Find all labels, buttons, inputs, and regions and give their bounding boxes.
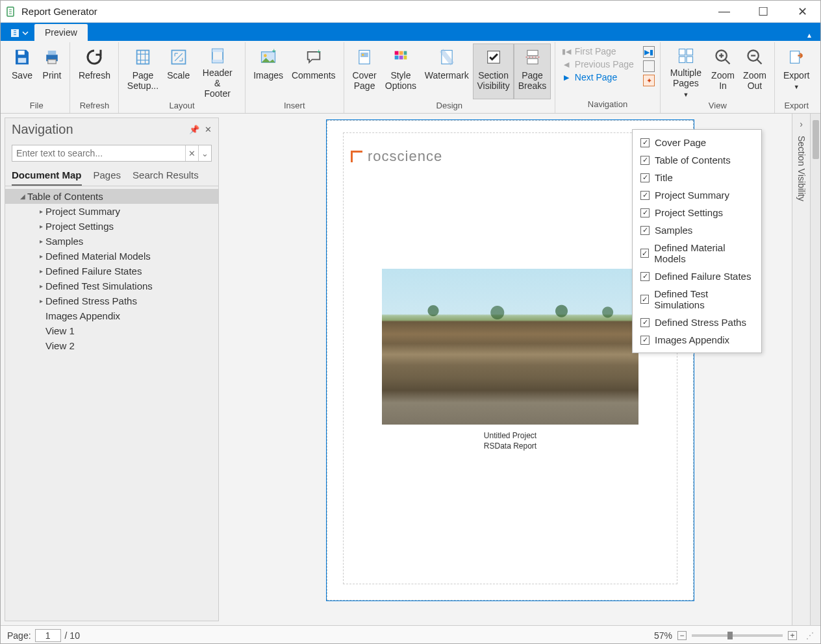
visibility-item[interactable]: ✓Project Summary (635, 186, 759, 204)
tree-item[interactable]: ▸Project Summary (5, 204, 218, 219)
previous-page-link: ◀Previous Page (562, 59, 639, 69)
checkbox-icon[interactable]: ✓ (640, 295, 649, 304)
section-visibility-button[interactable]: Section Visibility (473, 43, 514, 99)
comments-button[interactable]: + Comments (288, 43, 340, 99)
visibility-item[interactable]: ✓Cover Page (635, 134, 759, 151)
checkbox-icon[interactable]: ✓ (640, 318, 650, 327)
tab-preview[interactable]: Preview (34, 24, 88, 41)
tree-item[interactable]: ▸Defined Material Models (5, 249, 218, 264)
cover-page-button[interactable]: Cover Page (348, 43, 381, 99)
expand-icon[interactable]: ▸ (36, 253, 45, 260)
collapse-ribbon-icon[interactable]: ▴ (802, 29, 816, 41)
page-setup-button[interactable]: Page Setup... (123, 43, 162, 99)
svg-rect-11 (48, 51, 57, 55)
vertical-scrollbar[interactable] (810, 114, 820, 625)
zoom-slider[interactable] (692, 634, 783, 637)
collapse-icon[interactable]: ◢ (18, 193, 27, 200)
header-footer-button[interactable]: Header & Footer (194, 43, 241, 99)
tree-item-label: Defined Test Simulations (45, 280, 153, 291)
zoom-minus-button[interactable]: − (677, 631, 687, 640)
checkbox-icon[interactable]: ✓ (640, 156, 650, 165)
svg-line-49 (757, 60, 761, 64)
search-input[interactable] (12, 148, 185, 158)
style-options-icon (390, 47, 411, 68)
style-options-button[interactable]: Style Options (381, 43, 420, 99)
visibility-item[interactable]: ✓Defined Stress Paths (635, 314, 759, 331)
expand-icon[interactable]: ▸ (36, 238, 45, 245)
svg-rect-42 (679, 56, 685, 62)
tab-pages[interactable]: Pages (94, 169, 121, 186)
nav-slot-button[interactable] (643, 60, 655, 72)
page-number-input[interactable]: 1 (35, 629, 61, 642)
refresh-button[interactable]: Refresh (74, 43, 114, 99)
cover-caption: Untitled Project RSData Report (327, 431, 693, 451)
checkbox-icon[interactable]: ✓ (640, 138, 650, 147)
tree-item[interactable]: ▸Defined Stress Paths (5, 293, 218, 308)
zoom-out-button[interactable]: Zoom Out (739, 43, 770, 99)
visibility-item[interactable]: ✓Defined Material Models (635, 239, 759, 267)
svg-rect-37 (527, 51, 537, 56)
resize-grip-icon[interactable]: ⋰ (806, 631, 814, 640)
tree-item[interactable]: ▸Defined Test Simulations (5, 279, 218, 293)
zoom-in-button[interactable]: Zoom In (707, 43, 739, 99)
close-panel-icon[interactable]: ✕ (205, 125, 212, 134)
checkbox-icon[interactable]: ✓ (640, 272, 650, 281)
print-button[interactable]: Print (37, 43, 67, 99)
expand-icon[interactable]: ▸ (36, 223, 45, 230)
preview-canvas[interactable]: rocscience Untitled Project RSData Repor… (223, 114, 792, 625)
checkbox-icon[interactable]: ✓ (640, 173, 650, 182)
checkbox-icon[interactable]: ✓ (640, 336, 650, 345)
checkbox-icon[interactable]: ✓ (640, 226, 650, 235)
expand-icon[interactable]: ▸ (36, 282, 45, 290)
checkbox-icon[interactable]: ✓ (640, 249, 649, 258)
multiple-pages-button[interactable]: Multiple Pages ▼ (664, 43, 707, 99)
checkbox-icon[interactable]: ✓ (640, 208, 650, 217)
tab-search-results[interactable]: Search Results (133, 169, 199, 186)
tree-item[interactable]: ▸Project Settings (5, 219, 218, 234)
expand-pane-icon[interactable]: › (800, 119, 803, 129)
visibility-item[interactable]: ✓Table of Contents (635, 151, 759, 169)
maximize-button[interactable]: ☐ (750, 5, 776, 19)
tree-item[interactable]: ▸Defined Failure States (5, 264, 218, 279)
last-page-button[interactable]: ▶▮ (643, 46, 655, 58)
section-visibility-collapsed-pane[interactable]: › Section Visibility (792, 114, 810, 625)
visibility-item[interactable]: ✓Defined Failure States (635, 267, 759, 285)
svg-point-28 (362, 54, 364, 56)
tree-item[interactable]: Images Appendix (5, 308, 218, 323)
minimize-button[interactable]: — (711, 5, 737, 19)
close-button[interactable]: ✕ (789, 5, 815, 19)
section-visibility-label: Section Visibility (796, 136, 807, 201)
expand-icon[interactable]: ▸ (36, 267, 45, 275)
checkbox-icon[interactable]: ✓ (640, 191, 650, 200)
export-button[interactable]: Export▼ (779, 43, 814, 99)
expand-icon[interactable]: ▸ (36, 208, 45, 215)
visibility-item[interactable]: ✓Images Appendix (635, 331, 759, 349)
watermark-button[interactable]: Watermark (421, 43, 473, 99)
nav-compass-button[interactable]: ✦ (643, 75, 655, 86)
group-label-refresh: Refresh (74, 99, 114, 113)
clear-search-icon[interactable]: ✕ (185, 145, 198, 161)
page-breaks-button[interactable]: Page Breaks (514, 43, 551, 99)
tree-item[interactable]: View 2 (5, 338, 218, 353)
comments-icon: + (303, 47, 324, 68)
tree-item[interactable]: View 1 (5, 323, 218, 338)
visibility-item[interactable]: ✓Project Settings (635, 204, 759, 221)
app-menu-button[interactable] (5, 25, 34, 41)
save-button[interactable]: Save (7, 43, 37, 99)
export-icon (786, 47, 807, 68)
tree-item[interactable]: ◢Table of Contents (5, 189, 218, 204)
next-page-link[interactable]: ▶Next Page (562, 72, 639, 82)
images-button[interactable]: + Images (249, 43, 288, 99)
visibility-item[interactable]: ✓Title (635, 169, 759, 186)
search-dropdown-icon[interactable]: ⌄ (198, 145, 211, 161)
cover-photo (382, 269, 638, 425)
visibility-item[interactable]: ✓Defined Test Simulations (635, 285, 759, 314)
zoom-plus-button[interactable]: + (788, 631, 797, 640)
expand-icon[interactable]: ▸ (36, 297, 45, 304)
group-label-design: Design (348, 99, 551, 113)
visibility-item[interactable]: ✓Samples (635, 221, 759, 239)
scale-button[interactable]: Scale (163, 43, 194, 99)
tab-document-map[interactable]: Document Map (12, 169, 82, 186)
pin-icon[interactable]: 📌 (189, 125, 199, 134)
tree-item[interactable]: ▸Samples (5, 234, 218, 249)
